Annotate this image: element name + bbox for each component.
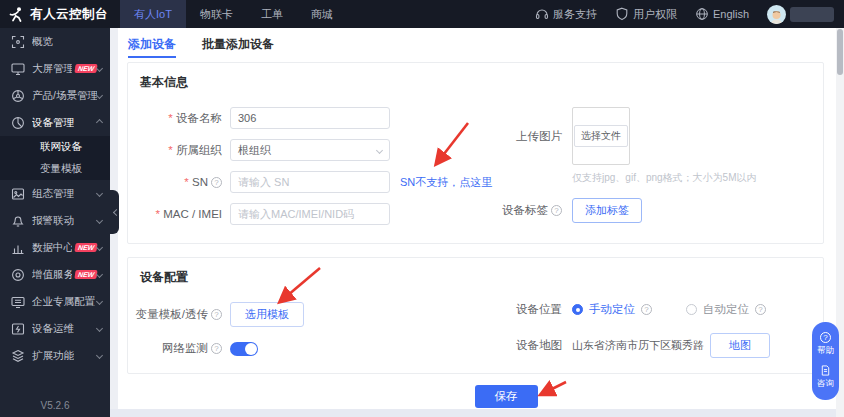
device-tags-label: 设备标签 — [502, 203, 548, 218]
consult-button[interactable]: 咨询 — [817, 378, 834, 390]
sidebar-item-alarm-linkage[interactable]: 报警联动 — [0, 207, 110, 234]
sidebar-item-overview[interactable]: 概览 — [0, 28, 110, 55]
content-page: 添加设备 批量添加设备 基本信息 设备名称 所属组织 根组 — [118, 28, 836, 409]
auto-locate-info-icon[interactable]: ? — [755, 304, 766, 315]
organization-select[interactable]: 根组织 — [230, 139, 390, 161]
sn-not-supported-link[interactable]: SN不支持，点这里 — [400, 175, 492, 190]
ops-box-icon — [11, 322, 25, 336]
main-area: 添加设备 批量添加设备 基本信息 设备名称 所属组织 根组 — [110, 28, 844, 417]
shield-icon — [615, 7, 629, 21]
chevron-down-icon — [96, 298, 103, 305]
headset-icon — [535, 7, 549, 21]
tags-info-icon[interactable]: ? — [551, 205, 562, 216]
sidebar-item-product-scene[interactable]: 产品/场景管理 — [0, 82, 110, 109]
sidebar-item-data-center[interactable]: 数据中心 NEW — [0, 234, 110, 261]
tab-batch-add-device[interactable]: 批量添加设备 — [202, 36, 274, 58]
service-support[interactable]: 服务支持 — [535, 7, 597, 22]
network-monitor-label: 网络监测 — [162, 341, 208, 356]
nav-item-usr-iot[interactable]: 有人IoT — [120, 0, 186, 28]
chevron-left-icon — [113, 208, 120, 215]
sidebar-item-device-ops[interactable]: 设备运维 — [0, 315, 110, 342]
nav-item-mall[interactable]: 商城 — [297, 0, 347, 28]
sidebar-item-bigscreen[interactable]: 大屏管理 NEW — [0, 55, 110, 82]
device-management-submenu: 联网设备 变量模板 — [0, 136, 110, 180]
device-map-label: 设备地图 — [498, 338, 562, 353]
chevron-down-icon — [96, 92, 103, 99]
sn-info-icon[interactable]: ? — [211, 177, 222, 188]
save-button[interactable]: 保存 — [475, 385, 538, 408]
pie-chart-icon — [11, 116, 25, 130]
network-monitor-toggle[interactable] — [230, 342, 258, 356]
manual-locate-radio[interactable] — [572, 304, 583, 315]
device-location-label: 设备位置 — [498, 302, 562, 317]
app-window: 有人云控制台 有人IoT 物联卡 工单 商城 服务支持 用户权限 — [0, 0, 844, 417]
monitor-icon — [11, 62, 25, 76]
select-template-button[interactable]: 选用模板 — [230, 302, 304, 327]
monitor-lines-icon — [11, 295, 25, 309]
device-address: 山东省济南市历下区颖秀路 — [572, 338, 704, 353]
device-config-section: 设备配置 变量模板/透传 ? 选用模板 网络监测 ? — [127, 257, 824, 374]
help-button[interactable]: 帮助 — [817, 345, 834, 357]
mac-imei-label: MAC / IMEI — [156, 208, 222, 220]
floating-help-panel: ? 帮助 咨询 — [812, 322, 839, 400]
sidebar-item-configuration-mgmt[interactable]: 组态管理 — [0, 180, 110, 207]
tab-add-device[interactable]: 添加设备 — [128, 36, 176, 58]
app-title: 有人云控制台 — [30, 6, 108, 23]
add-tag-button[interactable]: 添加标签 — [572, 198, 642, 223]
sidebar-item-device-management[interactable]: 设备管理 — [0, 109, 110, 136]
device-name-label: 设备名称 — [168, 111, 222, 126]
device-config-title: 设备配置 — [140, 269, 811, 286]
auto-locate-radio[interactable] — [686, 304, 697, 315]
toggle-knob — [245, 343, 257, 355]
template-info-icon[interactable]: ? — [211, 309, 222, 320]
sidebar-item-extensions[interactable]: 扩展功能 — [0, 342, 110, 369]
mac-imei-input[interactable] — [230, 203, 390, 225]
user-account[interactable] — [767, 5, 834, 24]
basic-info-section: 基本信息 设备名称 所属组织 根组织 — [127, 62, 824, 244]
upload-dropzone[interactable]: 选择文件 — [572, 107, 630, 165]
version-label: V5.2.6 — [0, 400, 110, 417]
new-badge: NEW — [74, 270, 98, 279]
document-icon[interactable] — [820, 365, 831, 376]
scrollbar-thumb[interactable] — [837, 29, 843, 75]
help-question-icon[interactable]: ? — [820, 332, 831, 343]
network-info-icon[interactable]: ? — [211, 343, 222, 354]
user-permissions[interactable]: 用户权限 — [615, 7, 677, 22]
tab-bar: 添加设备 批量添加设备 — [118, 28, 836, 58]
top-header: 有人云控制台 有人IoT 物联卡 工单 商城 服务支持 用户权限 — [0, 0, 844, 28]
sn-input[interactable] — [230, 171, 390, 193]
nav-item-iot-card[interactable]: 物联卡 — [186, 0, 247, 28]
sidebar-item-enterprise-config[interactable]: 企业专属配置 — [0, 288, 110, 315]
chevron-down-icon — [96, 65, 103, 72]
sidebar-subitem-networked-devices[interactable]: 联网设备 — [0, 136, 110, 158]
bottom-strip — [110, 409, 844, 417]
globe-icon — [695, 7, 709, 21]
chevron-down-icon — [96, 325, 103, 332]
chevron-down-icon — [96, 217, 103, 224]
username-redacted — [790, 7, 834, 22]
manual-locate-label[interactable]: 手动定位 — [589, 302, 635, 317]
map-button[interactable]: 地图 — [710, 333, 770, 358]
auto-locate-label[interactable]: 自动定位 — [703, 302, 749, 317]
choose-file-button[interactable]: 选择文件 — [574, 125, 628, 147]
manual-locate-info-icon[interactable]: ? — [641, 304, 652, 315]
top-nav: 有人IoT 物联卡 工单 商城 — [120, 0, 347, 28]
layers-icon — [11, 349, 25, 363]
sidebar: 概览 大屏管理 NEW 产品/场景管理 设备管理 联网设备 — [0, 28, 110, 417]
image-icon — [11, 187, 25, 201]
device-name-input[interactable] — [230, 107, 390, 129]
sn-label: SN — [184, 176, 208, 188]
chevron-up-icon — [96, 119, 103, 126]
nav-item-work-order[interactable]: 工单 — [247, 0, 297, 28]
bar-chart-icon — [11, 241, 25, 255]
language-switcher[interactable]: English — [695, 7, 749, 21]
avatar-face-icon — [769, 9, 784, 24]
chevron-down-icon — [96, 190, 103, 197]
chevron-down-icon — [96, 244, 103, 251]
logo[interactable]: 有人云控制台 — [0, 6, 112, 23]
avatar — [767, 5, 786, 24]
chevron-down-icon — [96, 271, 103, 278]
sidebar-item-value-added-services[interactable]: 增值服务 NEW — [0, 261, 110, 288]
sidebar-subitem-variable-template[interactable]: 变量模板 — [0, 158, 110, 180]
sidebar-collapse-handle[interactable] — [108, 190, 119, 234]
